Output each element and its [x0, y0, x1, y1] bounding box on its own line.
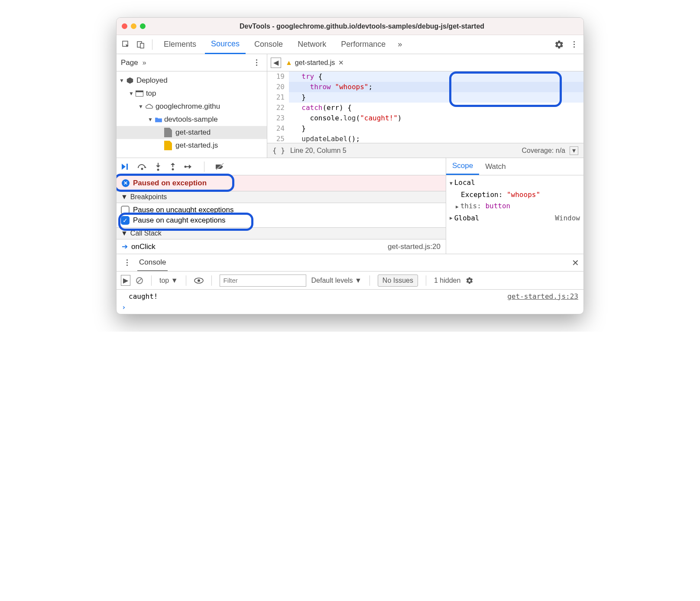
- tab-elements[interactable]: Elements: [158, 35, 202, 54]
- window-title: DevTools - googlechrome.github.io/devtoo…: [146, 23, 578, 30]
- pretty-print-icon[interactable]: { }: [272, 146, 285, 155]
- chevron-down-icon: ▼: [121, 193, 128, 201]
- tree-deployed[interactable]: ▼ Deployed: [117, 74, 267, 87]
- tree-file-html[interactable]: get-started: [117, 126, 267, 139]
- titlebar: DevTools - googlechrome.github.io/devtoo…: [117, 18, 583, 35]
- console-drawer: Console ✕ ▶ top ▼ Default levels ▼ No Is…: [117, 254, 583, 314]
- device-toolbar-icon[interactable]: [135, 39, 147, 51]
- console-tab[interactable]: Console: [137, 255, 168, 271]
- close-drawer-icon[interactable]: ✕: [572, 258, 579, 268]
- scope-watch-tabs: Scope Watch: [446, 158, 583, 175]
- tree-label: Deployed: [136, 76, 168, 85]
- document-icon: [164, 128, 172, 137]
- scope-global[interactable]: ▶Global Window: [450, 213, 580, 224]
- clear-console-icon[interactable]: [136, 277, 143, 284]
- tree-label: top: [146, 89, 156, 98]
- filter-input[interactable]: [220, 275, 306, 287]
- log-levels-selector[interactable]: Default levels ▼: [311, 277, 362, 284]
- hidden-count: 1 hidden: [434, 277, 460, 284]
- coverage-dropdown[interactable]: ▾: [570, 146, 578, 155]
- scope-pane: Scope Watch ▼Local Exception: "whoops" ▶…: [446, 158, 583, 254]
- prompt-chevron-icon: ›: [122, 303, 126, 311]
- file-tab[interactable]: get-started.js: [295, 59, 335, 67]
- console-prompt[interactable]: ›: [122, 300, 578, 311]
- svg-line-11: [137, 278, 142, 283]
- sources-subheader: Page » ◀ ▲ get-started.js ✕: [117, 54, 583, 71]
- close-file-tab[interactable]: ✕: [338, 59, 344, 67]
- step-over-icon[interactable]: [137, 163, 147, 171]
- toggle-navigator-icon[interactable]: ◀: [271, 58, 281, 68]
- cursor-position: Line 20, Column 5: [290, 147, 347, 155]
- more-tabs-button[interactable]: »: [394, 40, 405, 49]
- annotation-highlight-code: [449, 71, 562, 107]
- log-text: caught!: [129, 292, 158, 300]
- cloud-icon: [145, 103, 154, 110]
- js-file-icon: [164, 141, 172, 150]
- step-out-icon[interactable]: [169, 162, 176, 171]
- breakpoints-options: Pause on uncaught exceptions ✓ Pause on …: [117, 203, 446, 227]
- editor-tabbar: ◀ ▲ get-started.js ✕: [267, 54, 583, 71]
- scope-this[interactable]: ▶this: button: [450, 200, 580, 213]
- tree-label: googlechrome.githu: [156, 102, 220, 111]
- callstack-frame[interactable]: ➔ onClick get-started.js:20: [117, 239, 446, 254]
- file-navigator: ▼ Deployed ▼ top ▼ googlechrome.githu ▼ …: [117, 71, 267, 158]
- resume-icon[interactable]: [121, 163, 130, 171]
- sources-body: ▼ Deployed ▼ top ▼ googlechrome.githu ▼ …: [117, 71, 583, 158]
- tree-label: get-started: [175, 128, 211, 137]
- breakpoints-header[interactable]: ▼ Breakpoints: [117, 191, 446, 203]
- tab-network[interactable]: Network: [292, 35, 332, 54]
- settings-icon[interactable]: [553, 39, 565, 51]
- debugger-left: ✕ Paused on exception ▼ Breakpoints Paus…: [117, 158, 446, 254]
- panel-tabbar: Elements Sources Console Network Perform…: [117, 35, 583, 54]
- tree-file-js[interactable]: get-started.js: [117, 139, 267, 152]
- tab-scope[interactable]: Scope: [446, 158, 479, 175]
- tab-sources[interactable]: Sources: [205, 35, 246, 54]
- coverage-label: Coverage: n/a: [522, 147, 565, 155]
- page-tab[interactable]: Page: [121, 58, 138, 67]
- step-into-icon[interactable]: [155, 162, 162, 171]
- svg-point-5: [157, 168, 159, 171]
- svg-rect-2: [140, 43, 144, 48]
- live-expression-icon[interactable]: [194, 278, 204, 284]
- console-output: caught! get-started.js:23 ›: [117, 290, 583, 314]
- folder-icon: [155, 116, 162, 123]
- context-selector[interactable]: top ▼: [159, 277, 178, 284]
- tree-top[interactable]: ▼ top: [117, 87, 267, 100]
- drawer-tabs: Console ✕: [117, 254, 583, 271]
- step-icon[interactable]: [184, 163, 194, 170]
- svg-point-7: [185, 165, 187, 168]
- tree-domain[interactable]: ▼ googlechrome.githu: [117, 100, 267, 113]
- show-console-sidebar-icon[interactable]: ▶: [121, 275, 130, 286]
- cube-icon: [126, 77, 134, 84]
- issues-button[interactable]: No Issues: [378, 275, 418, 287]
- scope-local[interactable]: ▼Local: [450, 177, 580, 189]
- scope-exception[interactable]: Exception: "whoops": [450, 189, 580, 200]
- frame-location: get-started.js:20: [388, 242, 441, 251]
- deactivate-breakpoints-icon[interactable]: [215, 163, 224, 171]
- log-source-link[interactable]: get-started.js:23: [507, 292, 578, 300]
- kebab-menu-button[interactable]: [568, 41, 580, 48]
- tab-watch[interactable]: Watch: [479, 158, 512, 175]
- inspect-element-icon[interactable]: [120, 39, 132, 51]
- editor-statusbar: { } Line 20, Column 5 Coverage: n/a ▾: [267, 143, 583, 158]
- zoom-window-button[interactable]: [140, 23, 146, 29]
- svg-point-6: [172, 168, 174, 170]
- tree-folder[interactable]: ▼ devtools-sample: [117, 113, 267, 126]
- tab-console[interactable]: Console: [248, 35, 289, 54]
- tab-performance[interactable]: Performance: [335, 35, 392, 54]
- code-area[interactable]: 19 try {20 throw "whoops";21 }22 catch(e…: [267, 71, 583, 143]
- tree-label: get-started.js: [175, 141, 218, 150]
- warning-icon: ▲: [285, 59, 292, 67]
- console-log-row[interactable]: caught! get-started.js:23: [122, 292, 578, 300]
- devtools-window: DevTools - googlechrome.github.io/devtoo…: [116, 17, 584, 314]
- console-toolbar: ▶ top ▼ Default levels ▼ No Issues 1 hid…: [117, 271, 583, 290]
- window-controls: [122, 23, 146, 29]
- navigator-menu-button[interactable]: [250, 59, 262, 66]
- minimize-window-button[interactable]: [131, 23, 136, 29]
- drawer-menu[interactable]: [121, 259, 133, 266]
- close-window-button[interactable]: [122, 23, 127, 29]
- more-navigator-tabs[interactable]: »: [143, 59, 146, 67]
- code-editor: 19 try {20 throw "whoops";21 }22 catch(e…: [267, 71, 583, 158]
- navigator-tabbar: Page »: [117, 54, 267, 71]
- console-settings-icon[interactable]: [466, 277, 473, 284]
